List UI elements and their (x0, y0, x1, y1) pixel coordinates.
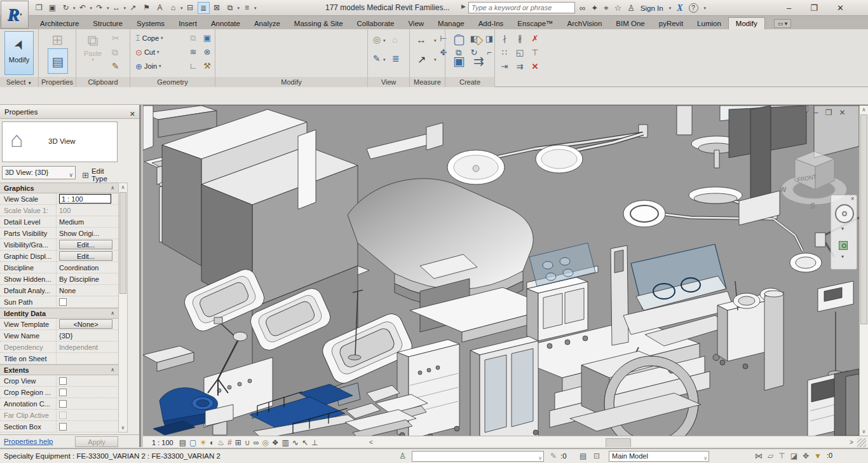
zoom-tool-icon[interactable] (839, 241, 848, 250)
vertical-scroll-thumb[interactable] (860, 114, 867, 324)
shadows-icon[interactable]: ◐ (210, 438, 214, 447)
section-extents[interactable]: Extents∧ (0, 364, 118, 375)
tab-modify[interactable]: Modify (728, 17, 765, 29)
row-section-box[interactable]: Section Box (0, 421, 118, 432)
section-box-checkbox[interactable] (59, 423, 67, 431)
tab-structure[interactable]: Structure (86, 18, 130, 29)
dark-cabinet-corner[interactable] (834, 369, 859, 436)
select-underlay-toggle-icon[interactable]: ▱ (768, 452, 773, 460)
row-view-scale[interactable]: View Scale1 : 100 (0, 193, 118, 205)
type-selector-preview[interactable]: ⌂ 3D View (2, 121, 118, 162)
switch-windows-icon[interactable]: ⧉ (224, 2, 236, 14)
show-analytical-model-icon[interactable]: ∿ (292, 438, 299, 447)
crop-view-icon[interactable]: # (227, 438, 232, 447)
scroll-down-icon[interactable]: ∨ (119, 425, 127, 431)
application-menu-button[interactable]: R▾ (1, 1, 29, 29)
lightbulb-dropdown-icon[interactable]: ▾ (383, 38, 386, 43)
steering-wheel-icon[interactable] (835, 204, 854, 223)
trim-extend-multiple-icon[interactable]: ⇉ (512, 60, 527, 74)
create-similar-icon[interactable]: ⇉ (473, 53, 484, 69)
sync-dropdown-icon[interactable]: ▾ (73, 6, 76, 11)
create-assembly-icon[interactable]: ◇ (473, 32, 483, 47)
paste-button[interactable]: ⧉ Paste ▾ (84, 32, 102, 62)
split-element-icon[interactable]: ∤ (497, 32, 512, 46)
join-geometry-button[interactable]: ⊕Join▾ (135, 59, 163, 73)
apply-button[interactable]: Apply (75, 436, 118, 447)
measure-icon[interactable]: ↗ (127, 2, 139, 14)
graphic-display-edit-button[interactable]: Edit... (59, 251, 112, 261)
annotation-crop-checkbox[interactable] (59, 400, 67, 408)
create-parts-icon[interactable]: ▢ (453, 32, 465, 47)
tab-archvision[interactable]: ArchVision (560, 18, 609, 29)
scroll-up-icon[interactable]: ∧ (119, 184, 127, 190)
zoom-dropdown-icon[interactable]: ▾ (841, 254, 844, 259)
cope-button[interactable]: ⌶Cope▾ (135, 31, 163, 45)
wheel-dropdown-icon[interactable]: ▾ (841, 226, 844, 232)
section-identity-data[interactable]: Identity Data∧ (0, 308, 118, 319)
view-template-button[interactable]: <None> (59, 319, 112, 329)
row-crop-view[interactable]: Crop View (0, 375, 118, 387)
open-icon[interactable]: ❐ (33, 2, 45, 14)
measure-arrow-icon[interactable]: ↗ (417, 53, 426, 66)
select-panel-label[interactable]: Select ▼ (0, 77, 38, 87)
user-icon[interactable]: ♙ (627, 3, 635, 13)
sign-in-dropdown-icon[interactable]: ▾ (669, 6, 672, 11)
tab-enscape[interactable]: Enscape™ (510, 18, 560, 29)
crop-view-checkbox[interactable] (59, 377, 67, 385)
vertical-scrollbar[interactable]: ∧ ∨ (859, 106, 868, 436)
customize-qat-icon[interactable]: ≡ (241, 2, 253, 14)
undo-dropdown-icon[interactable]: ▾ (90, 6, 93, 11)
sync-with-central-icon[interactable]: ↻ (60, 2, 72, 14)
tab-lumion[interactable]: Lumion (690, 18, 728, 29)
default-3d-view-icon[interactable]: ⌂ (167, 2, 179, 14)
highlight-displacement-icon[interactable]: ↖ (302, 438, 308, 447)
dimension-ruler-icon[interactable]: ↔ (416, 34, 426, 46)
tab-collaborate[interactable]: Collaborate (350, 18, 402, 29)
3d-view-dropdown-icon[interactable]: ▾ (180, 6, 183, 11)
temporary-hide-isolate-icon[interactable]: ∞ (254, 438, 259, 447)
view-close-icon[interactable]: ✕ (839, 108, 845, 117)
row-graphic-display[interactable]: Graphic Displ...Edit... (0, 251, 118, 262)
tab-systems[interactable]: Systems (130, 18, 172, 29)
properties-toggle-button[interactable]: ▤ (48, 48, 68, 74)
row-parts-visibility[interactable]: Parts VisibilityShow Origi... (0, 228, 118, 239)
navbar-close-icon[interactable]: ✕ (850, 196, 855, 202)
tab-view[interactable]: View (401, 18, 431, 29)
navigation-bar[interactable]: ✕ ▾ ▾ (831, 195, 857, 270)
palette-close-icon[interactable]: ✕ (130, 107, 135, 121)
switch-windows-dropdown-icon[interactable]: ▾ (238, 6, 240, 11)
crop-region-checkbox[interactable] (59, 389, 67, 396)
compass-west-label[interactable]: W (780, 186, 787, 193)
worksharing-display-icon[interactable]: ❖ (272, 438, 279, 447)
view-scale-input[interactable]: 1 : 100 (59, 194, 111, 204)
sun-path-icon[interactable]: ☀ (200, 438, 207, 447)
wall-joins-icon[interactable]: ∟ (186, 59, 200, 73)
select-by-face-toggle-icon[interactable]: ◪ (790, 452, 797, 460)
editable-requests-icon[interactable]: ✎ (550, 452, 557, 460)
exchange-apps-icon[interactable]: X (677, 3, 682, 13)
minimize-button[interactable]: – (787, 3, 791, 13)
row-crop-region-visible[interactable]: Crop Region ... (0, 387, 118, 398)
row-view-template[interactable]: View Template<None> (0, 319, 118, 330)
reveal-constraints-icon[interactable]: ⊥ (311, 438, 318, 447)
show-crop-region-icon[interactable]: ⊞ (235, 438, 241, 447)
measure-dropdown-icon[interactable]: ▾ (434, 57, 437, 62)
cut-profile-icon[interactable]: ▣ (200, 31, 214, 45)
override-graphics-icon[interactable]: ≣ (392, 53, 400, 64)
thin-lines-icon[interactable]: ≣ (198, 2, 210, 14)
tag-by-category-icon[interactable]: ⚑ (140, 2, 153, 14)
help-dropdown-icon[interactable]: ▾ (704, 6, 707, 11)
tab-analyze[interactable]: Analyze (247, 18, 287, 29)
row-sun-path[interactable]: Sun Path (0, 296, 118, 308)
tab-add-ins[interactable]: Add-Ins (471, 18, 511, 29)
close-button[interactable]: ✕ (837, 3, 844, 13)
modify-tool-button[interactable]: ➤ Modify (4, 31, 34, 75)
match-type-properties-icon[interactable]: ✎ (112, 61, 119, 71)
row-title-on-sheet[interactable]: Title on Sheet (0, 353, 118, 364)
row-visibility-graphics[interactable]: Visibility/Gra...Edit... (0, 239, 118, 251)
row-view-name[interactable]: View Name{3D} (0, 330, 118, 342)
cut-geometry-button[interactable]: ⊙Cut▾ (135, 45, 163, 59)
scroll-down-icon[interactable]: ∨ (860, 429, 868, 434)
scroll-up-icon[interactable]: ∧ (860, 107, 868, 113)
trim-extend-single-icon[interactable]: ⇥ (497, 60, 512, 74)
